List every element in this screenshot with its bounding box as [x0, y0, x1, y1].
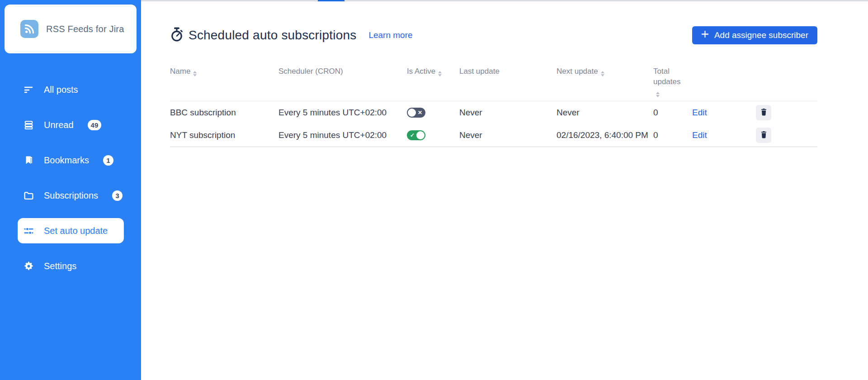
sliders-icon: [23, 225, 34, 237]
bookmarks-count-badge: 1: [103, 155, 113, 166]
sidebar-item-label: All posts: [44, 85, 78, 95]
page-header: Scheduled auto subscriptions Learn more …: [170, 26, 817, 44]
sidebar-item-set-auto-update[interactable]: Set auto update: [18, 218, 124, 243]
subscription-name: NYT subscription: [170, 130, 278, 140]
trash-icon: [760, 108, 767, 117]
subscription-name: BBC subscription: [170, 108, 278, 118]
top-border: [141, 0, 868, 1]
rss-icon: [20, 20, 38, 38]
table-row: BBC subscription Every 5 minutes UTC+02:…: [170, 101, 817, 124]
scheduler-value: Every 5 minutes UTC+02:00: [278, 130, 407, 140]
edit-link[interactable]: Edit: [692, 108, 707, 117]
last-update-value: Never: [459, 130, 557, 140]
sidebar-item-unread[interactable]: Unread 49: [18, 112, 124, 138]
sidebar-item-bookmarks[interactable]: Bookmarks 1: [18, 147, 124, 173]
app-logo-card: RSS Feeds for Jira: [5, 5, 137, 53]
column-header-next-update[interactable]: Next update: [557, 66, 653, 76]
subscriptions-count-badge: 3: [112, 190, 123, 201]
sidebar-item-label: Settings: [44, 261, 76, 271]
app-title: RSS Feeds for Jira: [46, 24, 124, 34]
unread-count-badge: 49: [88, 120, 102, 130]
sidebar-item-label: Subscriptions: [44, 190, 98, 201]
add-assignee-subscriber-button[interactable]: Add assignee subscriber: [692, 26, 817, 44]
posts-icon: [23, 84, 34, 95]
is-active-toggle[interactable]: ✕: [407, 108, 425, 118]
trash-icon: [760, 131, 767, 140]
toggle-state-icon: ✓: [410, 132, 415, 138]
main-content: Scheduled auto subscriptions Learn more …: [141, 0, 868, 380]
table-body: BBC subscription Every 5 minutes UTC+02:…: [170, 101, 817, 147]
last-update-value: Never: [459, 108, 557, 118]
sidebar-item-label: Bookmarks: [44, 155, 89, 166]
sidebar-item-label: Unread: [44, 120, 74, 130]
delete-button[interactable]: [756, 105, 771, 120]
scheduler-value: Every 5 minutes UTC+02:00: [278, 108, 407, 118]
table-row: NYT subscription Every 5 minutes UTC+02:…: [170, 124, 817, 147]
column-header-name[interactable]: Name: [170, 66, 278, 76]
column-header-scheduler: Scheduler (CRON): [278, 66, 407, 76]
subscriptions-table: Name Scheduler (CRON) Is Active Last upd…: [170, 63, 817, 147]
sort-icon: [656, 92, 660, 97]
sidebar-item-subscriptions[interactable]: Subscriptions 3: [18, 183, 124, 208]
column-header-total-updates[interactable]: Total updates: [653, 66, 692, 97]
delete-button[interactable]: [756, 128, 771, 143]
toggle-state-icon: ✕: [418, 109, 422, 116]
sidebar-item-settings[interactable]: Settings: [18, 253, 124, 279]
is-active-toggle[interactable]: ✓: [407, 130, 425, 140]
total-updates-value: 0: [653, 130, 692, 140]
total-updates-value: 0: [653, 108, 692, 118]
tab-indicator: [318, 0, 344, 1]
toggle-knob: [416, 131, 425, 139]
learn-more-link[interactable]: Learn more: [368, 30, 412, 40]
toggle-knob: [408, 109, 416, 117]
folder-icon: [23, 190, 34, 201]
column-header-last-update: Last update: [459, 66, 557, 76]
sidebar-item-all-posts[interactable]: All posts: [18, 77, 124, 102]
sort-icon: [438, 71, 442, 76]
sort-icon: [193, 71, 197, 76]
next-update-value: Never: [557, 108, 653, 118]
stack-icon: [23, 119, 34, 131]
sidebar-item-label: Set auto update: [44, 226, 108, 236]
stopwatch-icon: [170, 27, 184, 44]
plus-icon: [701, 30, 709, 40]
page-title: Scheduled auto subscriptions: [189, 28, 356, 43]
column-header-is-active[interactable]: Is Active: [407, 66, 459, 76]
next-update-value: 02/16/2023, 6:40:00 PM: [557, 130, 653, 140]
sidebar-menu: All posts Unread 49 Bookmarks 1 Subscrip…: [0, 77, 141, 279]
sort-icon: [601, 71, 604, 76]
table-header-row: Name Scheduler (CRON) Is Active Last upd…: [170, 63, 817, 101]
bookmark-icon: [23, 154, 34, 166]
sidebar: RSS Feeds for Jira All posts Unread 49 B…: [0, 0, 141, 380]
edit-link[interactable]: Edit: [692, 130, 707, 140]
gear-icon: [23, 260, 34, 272]
